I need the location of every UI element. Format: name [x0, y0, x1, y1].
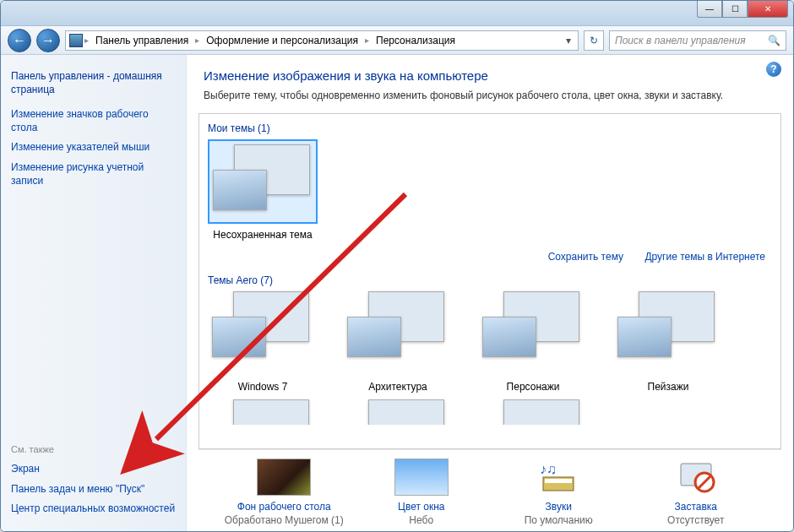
minimize-button[interactable]: —: [697, 1, 722, 18]
maximize-button[interactable]: ☐: [722, 1, 748, 18]
theme-item-partial[interactable]: [478, 399, 588, 425]
svg-text:♪♫: ♪♫: [540, 462, 557, 476]
theme-item-landscapes[interactable]: Пейзажи: [613, 291, 723, 393]
aero-themes-row-2: [208, 399, 772, 425]
main-header: Изменение изображения и звука на компьют…: [187, 55, 793, 108]
main-content: ? Изменение изображения и звука на компь…: [187, 55, 793, 531]
setting-value: Отсутствует: [628, 513, 764, 526]
page-subtitle: Выберите тему, чтобы одновременно измени…: [204, 90, 776, 101]
body: Панель управления - домашняя страница Из…: [1, 55, 793, 531]
aero-themes-label: Темы Aero (7): [208, 271, 772, 291]
forward-button[interactable]: →: [36, 29, 60, 52]
sidebar: Панель управления - домашняя страница Из…: [1, 55, 187, 531]
chevron-right-icon: ▸: [84, 35, 89, 45]
refresh-icon: ↻: [590, 35, 598, 46]
theme-caption: Windows 7: [208, 376, 318, 393]
setting-label: Цвет окна: [354, 501, 489, 513]
theme-caption: Несохраненная тема: [208, 224, 318, 241]
my-themes-label: Мои темы (1): [208, 119, 772, 139]
theme-item-windows7[interactable]: Windows 7: [208, 291, 318, 393]
screensaver-icon: [669, 459, 723, 496]
save-theme-link[interactable]: Сохранить тему: [548, 251, 623, 263]
chevron-right-icon: ▸: [195, 35, 199, 45]
sidebar-link-desktop-icons[interactable]: Изменение значков рабочего стола: [11, 105, 176, 138]
page-title: Изменение изображения и звука на компьют…: [204, 68, 776, 83]
sidebar-link-ease-of-access[interactable]: Центр специальных возможностей: [11, 499, 176, 519]
online-themes-link[interactable]: Другие темы в Интернете: [644, 251, 765, 263]
sounds-button[interactable]: ♪♫ Звуки По умолчанию: [491, 459, 626, 526]
sidebar-link-account-picture[interactable]: Изменение рисунка учетной записи: [11, 158, 176, 191]
breadcrumb[interactable]: ▸ Панель управления ▸ Оформление и персо…: [65, 30, 579, 51]
breadcrumb-item[interactable]: Панель управления: [90, 33, 193, 48]
back-button[interactable]: ←: [8, 29, 31, 52]
my-themes-row: Несохраненная тема: [208, 139, 772, 247]
sidebar-home-link[interactable]: Панель управления - домашняя страница: [11, 67, 176, 105]
theme-window-preview: [212, 317, 266, 357]
sounds-icon: ♪♫: [531, 459, 585, 496]
breadcrumb-item[interactable]: Персонализация: [371, 33, 460, 48]
setting-label: Фон рабочего стола: [216, 501, 351, 513]
setting-label: Заставка: [628, 501, 764, 513]
bottom-settings-bar: Фон рабочего стола Обработано Мушегом (1…: [198, 449, 781, 531]
refresh-button[interactable]: ↻: [584, 30, 604, 51]
see-also-header: См. также: [11, 439, 176, 459]
desktop-bg-thumb: [257, 459, 311, 496]
theme-caption: Персонажи: [478, 376, 588, 393]
theme-actions: Сохранить тему Другие темы в Интернете: [208, 247, 772, 271]
chevron-right-icon: ▸: [365, 35, 369, 45]
theme-item-partial[interactable]: [208, 399, 318, 425]
breadcrumb-dropdown-icon[interactable]: ▾: [563, 35, 574, 46]
theme-item-unsaved[interactable]: Несохраненная тема: [208, 139, 318, 241]
search-placeholder: Поиск в панели управления: [615, 35, 746, 46]
aero-themes-row: Windows 7 Архитектура: [208, 291, 772, 399]
theme-window-preview: [617, 317, 672, 357]
sidebar-link-taskbar-start[interactable]: Панель задач и меню "Пуск": [11, 480, 176, 500]
address-bar: ← → ▸ Панель управления ▸ Оформление и п…: [1, 26, 793, 55]
screensaver-button[interactable]: Заставка Отсутствует: [628, 459, 764, 526]
titlebar: — ☐ ✕: [1, 1, 793, 26]
theme-window-preview: [213, 170, 267, 210]
theme-item-characters[interactable]: Персонажи: [478, 291, 588, 393]
theme-item-partial[interactable]: [343, 399, 453, 425]
computer-icon: [69, 34, 83, 47]
setting-value: Обработано Мушегом (1): [216, 513, 351, 526]
setting-value: По умолчанию: [491, 513, 626, 526]
theme-window-preview: [482, 317, 536, 357]
desktop-background-button[interactable]: Фон рабочего стола Обработано Мушегом (1…: [216, 459, 351, 526]
themes-scroll-area[interactable]: Мои темы (1) Несохраненная тема Сохранит…: [198, 113, 781, 449]
svg-rect-2: [545, 479, 572, 483]
help-icon[interactable]: ?: [766, 62, 781, 77]
breadcrumb-item[interactable]: Оформление и персонализация: [201, 33, 363, 48]
theme-caption: Пейзажи: [613, 376, 723, 393]
sidebar-link-mouse-pointers[interactable]: Изменение указателей мыши: [11, 138, 176, 158]
sidebar-link-display[interactable]: Экран: [11, 459, 176, 480]
window-buttons: — ☐ ✕: [697, 1, 788, 18]
window-color-button[interactable]: Цвет окна Небо: [354, 459, 489, 526]
explorer-window: — ☐ ✕ ← → ▸ Панель управления ▸ Оформлен…: [0, 0, 794, 532]
setting-label: Звуки: [491, 501, 626, 513]
search-icon: 🔍: [768, 35, 780, 46]
window-color-thumb: [394, 459, 449, 496]
close-button[interactable]: ✕: [748, 1, 788, 18]
search-input[interactable]: Поиск в панели управления 🔍: [609, 30, 786, 51]
theme-item-architecture[interactable]: Архитектура: [343, 291, 453, 393]
setting-value: Небо: [354, 513, 489, 526]
theme-window-preview: [347, 317, 401, 357]
theme-caption: Архитектура: [343, 376, 453, 393]
